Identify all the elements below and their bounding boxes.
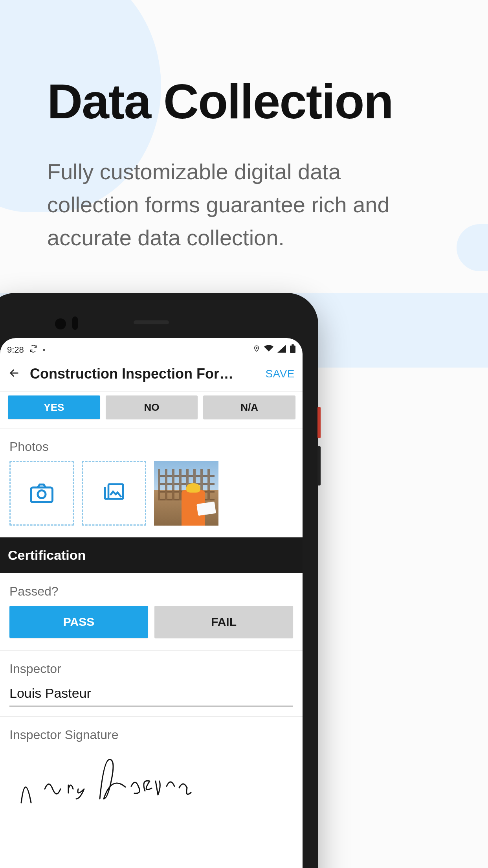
app-bar: Construction Inspection For… SAVE [0,357,303,392]
blueprint-icon [196,502,216,516]
certification-header: Certification [0,537,303,573]
page-title: Construction Inspection For… [30,366,256,382]
pick-gallery-button[interactable] [82,461,146,526]
inspector-field: Inspector Louis Pasteur [0,651,303,717]
hero-subtitle: Fully customizable digital data collecti… [47,155,432,254]
signature-stroke-icon [9,752,198,815]
signature-field: Inspector Signature [0,717,303,821]
svg-rect-1 [290,346,295,353]
svg-point-4 [38,491,46,498]
na-button[interactable]: N/A [203,395,295,419]
gallery-icon [103,482,125,504]
photos-label: Photos [0,428,303,461]
yes-no-na-row: YES NO N/A [0,392,303,428]
take-photo-button[interactable] [9,461,74,526]
battery-icon [290,344,295,355]
save-button[interactable]: SAVE [265,368,295,380]
svg-point-0 [256,347,257,348]
photo-thumbnail[interactable] [154,461,218,526]
phone-camera-icon [55,318,66,329]
hero-title: Data Collection [47,77,441,126]
hero-section: Data Collection Fully customizable digit… [0,0,488,254]
sync-icon [29,345,37,355]
status-dot-icon [43,349,45,351]
camera-icon [30,484,53,503]
phone-sensor-icon [72,316,78,330]
wifi-icon [264,345,273,355]
location-icon [253,344,260,355]
passed-label: Passed? [9,583,293,599]
no-button[interactable]: NO [106,395,198,419]
inspector-input[interactable]: Louis Pasteur [9,676,293,706]
fail-button[interactable]: FAIL [154,606,293,638]
helmet-icon [186,483,200,493]
passed-field: Passed? PASS FAIL [0,573,303,651]
back-icon[interactable] [8,367,20,381]
phone-power-button [317,407,321,438]
svg-rect-2 [292,344,294,346]
signal-icon [277,345,286,355]
inspector-label: Inspector [9,660,293,676]
photos-section: Photos [0,428,303,537]
phone-mockup: 9:28 [0,293,318,868]
signature-input[interactable] [9,742,293,821]
phone-volume-button [317,446,321,485]
status-time: 9:28 [7,345,24,355]
phone-speaker-icon [134,320,169,324]
yes-button[interactable]: YES [8,395,100,419]
pass-button[interactable]: PASS [9,606,148,638]
status-bar: 9:28 [0,338,303,357]
signature-label: Inspector Signature [9,726,293,742]
phone-screen: 9:28 [0,338,303,868]
